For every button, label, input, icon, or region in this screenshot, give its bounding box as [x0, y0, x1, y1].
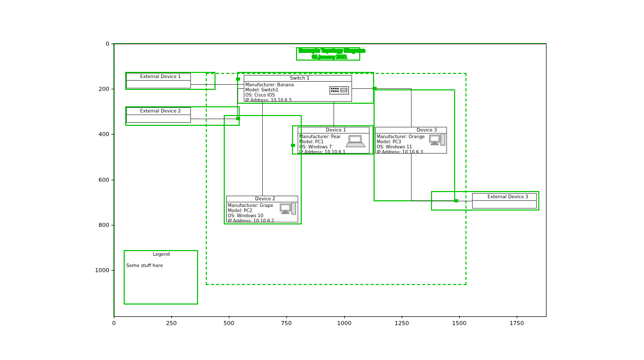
x-tick-750: 750	[281, 320, 292, 327]
legend-body: Some stuff here	[126, 263, 163, 268]
y-tick-400: 400	[97, 131, 109, 138]
y-tick-0: 0	[102, 41, 109, 47]
switch-1-box	[237, 72, 374, 104]
diagram-root: 0 250 500 750 1000 1250 1500 1750 0 200 …	[0, 0, 644, 360]
device-3-box	[374, 89, 455, 201]
x-tick-0: 0	[112, 320, 116, 327]
device-1-box	[292, 125, 374, 155]
x-tick-1000: 1000	[337, 320, 352, 327]
external-device-2-box	[125, 106, 240, 126]
external-device-1-box	[125, 72, 216, 90]
x-tick-1250: 1250	[395, 320, 409, 327]
x-tick-1500: 1500	[452, 320, 466, 327]
legend-box	[124, 250, 198, 305]
diagram-title: Example Topology Diagram	[299, 48, 365, 53]
y-tick-1000: 1000	[94, 267, 109, 274]
legend-title: Legend	[153, 252, 170, 257]
device-2-box	[224, 115, 302, 224]
diagram-subtitle: 01 January 2021	[312, 54, 346, 60]
x-tick-250: 250	[166, 320, 177, 327]
y-tick-800: 800	[97, 222, 109, 229]
x-tick-500: 500	[224, 320, 235, 327]
y-tick-200: 200	[97, 86, 109, 92]
x-tick-1750: 1750	[510, 320, 524, 327]
y-tick-600: 600	[97, 177, 109, 183]
